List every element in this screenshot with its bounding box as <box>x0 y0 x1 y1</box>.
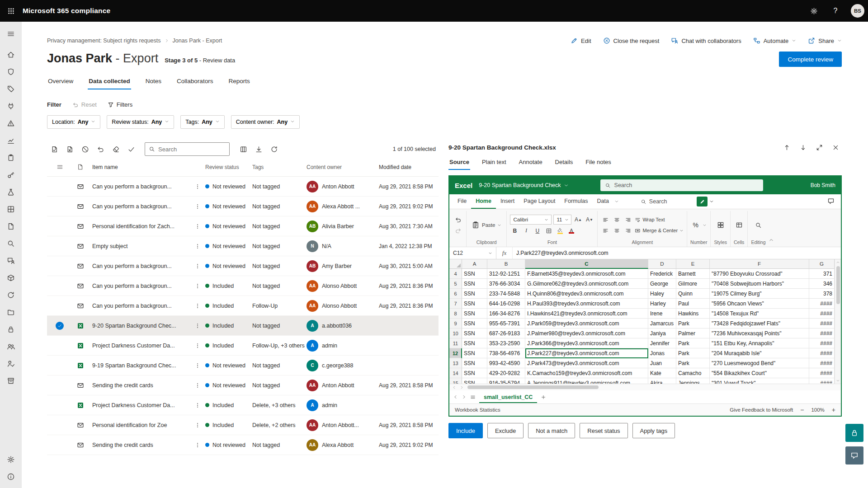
column-header-A[interactable]: A <box>462 259 487 269</box>
sidebar-item-policies[interactable] <box>0 149 22 166</box>
filter-review-status-dropdown[interactable]: Review status:Any <box>107 115 174 129</box>
more-options-button[interactable] <box>190 382 205 389</box>
sidebar-item-alerts[interactable] <box>0 115 22 132</box>
select-all-button[interactable] <box>47 164 72 170</box>
table-row[interactable]: Personal identification for ZoeIncludedD… <box>47 415 439 435</box>
table-row[interactable]: Can you perform a backgroun...Not review… <box>47 197 439 216</box>
col-item-name[interactable]: Item name <box>92 164 190 170</box>
refresh-button[interactable] <box>267 142 281 156</box>
name-box[interactable]: C12 <box>449 247 496 259</box>
more-options-button[interactable] <box>190 362 205 369</box>
settings-button[interactable] <box>803 0 825 22</box>
more-options-button[interactable] <box>190 283 205 289</box>
cell-B6[interactable]: 233-74-5848 <box>487 289 525 299</box>
item-name[interactable]: Can you perform a backgroun... <box>92 303 190 309</box>
sidebar-item-communication-compliance[interactable] <box>0 252 22 269</box>
cell-E4[interactable]: Barnett <box>676 269 710 279</box>
cell-D5[interactable]: George <box>648 279 676 289</box>
item-name[interactable]: Can you perform a backgroun... <box>92 183 190 190</box>
font-color-button[interactable]: A <box>566 226 576 235</box>
cell-D15[interactable]: Akira <box>648 378 676 384</box>
item-name[interactable]: Personal identification for Zoe <box>92 422 190 428</box>
sidebar-item-content-search[interactable] <box>0 235 22 252</box>
comments-button[interactable] <box>827 197 835 206</box>
ribbon-tab-data[interactable]: Data <box>592 194 613 209</box>
sidebar-item-compliance-manager[interactable] <box>0 63 22 80</box>
item-name[interactable]: Sending the credit cards <box>92 382 190 389</box>
cell-A8[interactable]: SSN <box>462 309 487 319</box>
table-row[interactable]: Project Darkness Customer Da...IncludedD… <box>47 395 439 415</box>
row-header-7[interactable]: 7 <box>449 299 462 309</box>
sidebar-item-privacy-management[interactable] <box>0 355 22 372</box>
sidebar-item-data-loss-prevention[interactable] <box>0 269 22 286</box>
cell-D13[interactable]: Juan <box>648 358 676 368</box>
cell-E5[interactable]: Gilmore <box>676 279 710 289</box>
cell-C9[interactable]: J.Park059@treydev3.onmicrosoft.com <box>525 319 648 328</box>
tab-reports[interactable]: Reports <box>227 75 250 89</box>
col-modified-date[interactable]: Modified date <box>379 164 439 170</box>
filter-tags-dropdown[interactable]: Tags:Any <box>180 115 225 129</box>
preview-tab-annotate[interactable]: Annotate <box>518 156 543 170</box>
reset-status-button[interactable]: Reset status <box>580 423 627 438</box>
cell-C8[interactable]: I.Hawkins421@treydev3.onmicrosoft.com <box>525 309 648 319</box>
redo-button[interactable] <box>453 226 463 235</box>
borders-button[interactable] <box>544 226 553 235</box>
ribbon-tab-file[interactable]: File <box>453 194 471 209</box>
item-name[interactable]: Can you perform a backgroun... <box>92 263 190 269</box>
edit-columns-button[interactable] <box>236 142 250 156</box>
align-bottom-button[interactable] <box>623 215 633 225</box>
zoom-level[interactable]: 100% <box>811 407 824 413</box>
col-review-status[interactable]: Review status <box>205 164 252 170</box>
row-header-4[interactable]: 4 <box>449 269 462 279</box>
complete-review-button[interactable]: Complete review <box>779 52 842 67</box>
preview-tab-details[interactable]: Details <box>554 156 574 170</box>
underline-button[interactable]: U <box>533 226 542 235</box>
apply-tags-button[interactable]: Apply tags <box>632 423 675 438</box>
ribbon-tab-page-layout[interactable]: Page Layout <box>519 194 560 209</box>
privacy-widget-button[interactable] <box>845 424 863 442</box>
sidebar-item-ediscovery[interactable] <box>0 304 22 321</box>
sidebar-item-information-protection[interactable] <box>0 321 22 338</box>
cell-G6[interactable]: 378 <box>809 289 835 299</box>
cell-D8[interactable]: Irene <box>648 309 676 319</box>
more-options-button[interactable] <box>190 243 205 249</box>
zoom-out-button[interactable]: − <box>800 406 804 413</box>
preview-tab-file-notes[interactable]: File notes <box>585 156 612 170</box>
previous-sheet-button[interactable] <box>453 394 458 399</box>
align-right-button[interactable] <box>623 226 633 235</box>
column-header-D[interactable]: D <box>648 259 676 269</box>
more-options-button[interactable] <box>190 183 205 190</box>
ribbon-tab-insert[interactable]: Insert <box>496 194 519 209</box>
zoom-in-button[interactable]: + <box>832 406 835 413</box>
styles-button[interactable] <box>716 221 725 230</box>
cell-D14[interactable]: Kate <box>648 368 676 378</box>
select-items-button[interactable] <box>124 142 138 156</box>
exclude-items-button[interactable] <box>62 142 77 156</box>
workbook-name-button[interactable]: 9-20 Spartan Background Check <box>479 182 568 188</box>
cell-B8[interactable]: 166-34-8276 <box>487 309 525 319</box>
cell-E6[interactable]: Quinn <box>676 289 710 299</box>
cell-E14[interactable]: Camacho <box>676 368 710 378</box>
column-header-F[interactable]: F <box>710 259 809 269</box>
sidebar-item-permissions[interactable] <box>0 166 22 183</box>
app-launcher-button[interactable] <box>0 0 22 22</box>
align-middle-button[interactable] <box>612 215 622 225</box>
reset-status-button[interactable] <box>93 142 108 156</box>
item-name[interactable]: 9-19 Spartan Background Chec... <box>92 362 190 369</box>
cell-A6[interactable]: SSN <box>462 289 487 299</box>
item-name[interactable]: Sending the credit cards <box>92 442 190 448</box>
paste-button[interactable]: Paste <box>470 219 503 231</box>
sidebar-item-menu[interactable] <box>0 25 22 42</box>
row-header-15[interactable]: 15 <box>449 378 462 384</box>
feedback-link[interactable]: Give Feedback to Microsoft <box>730 407 793 413</box>
cell-A14[interactable]: SSN <box>462 368 487 378</box>
cell-F7[interactable]: "5956 Ohcaon Views" <box>710 299 809 309</box>
message-widget-button[interactable] <box>845 446 863 465</box>
cell-A10[interactable]: SSN <box>462 328 487 338</box>
cell-B13[interactable]: 993-42-4590 <box>487 358 525 368</box>
sidebar-item-settings[interactable] <box>0 451 22 468</box>
cell-F4[interactable]: "87790 Eboyvuku Crossroad" <box>710 269 809 279</box>
next-sheet-button[interactable] <box>462 394 467 399</box>
sidebar-item-data-lifecycle-management[interactable] <box>0 286 22 304</box>
col-tags[interactable]: Tags <box>252 164 307 170</box>
